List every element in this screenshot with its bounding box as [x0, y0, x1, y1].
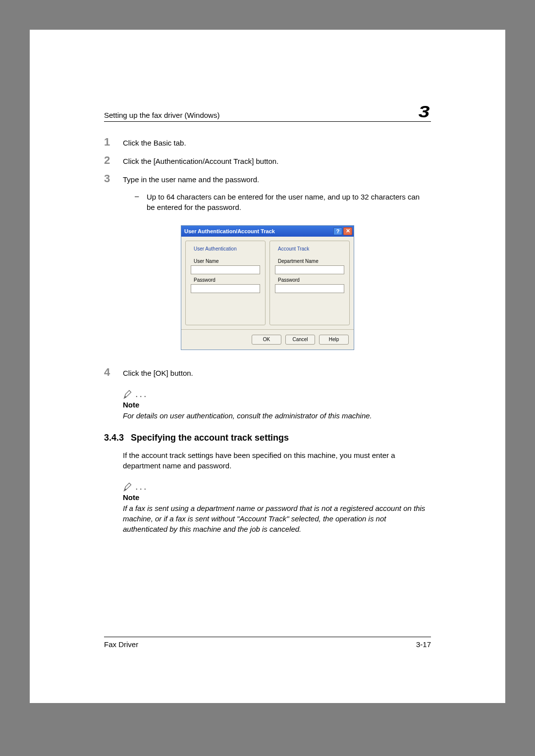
dots-icon: ... [135, 388, 148, 400]
field-label-password2: Password [275, 277, 344, 283]
footer-left: Fax Driver [104, 640, 138, 649]
step-number: 4 [104, 367, 123, 378]
step-text: Click the [OK] button. [123, 367, 193, 378]
sub-bullet-text: Up to 64 characters can be entered for t… [147, 192, 421, 212]
note-1: ... Note For details on user authenticat… [123, 388, 431, 421]
pencil-icon [123, 389, 134, 400]
password-input[interactable] [191, 284, 260, 293]
note-body: If a fax is sent using a department name… [123, 503, 431, 534]
dialog-title: User Authentication/Account Track [184, 228, 275, 234]
note-2: ... Note If a fax is sent using a depart… [123, 481, 431, 534]
step-text: Click the [Authentication/Account Track]… [123, 155, 278, 166]
dialog-screenshot: User Authentication/Account Track ? ✕ Us… [104, 225, 431, 350]
section-number: 3.4.3 [104, 433, 124, 443]
step-number: 1 [104, 137, 123, 148]
fieldset-legend: User Authentication [192, 246, 239, 252]
section-title: Specifying the account track settings [131, 433, 289, 443]
step-number: 3 [104, 173, 123, 185]
dialog-body: User Authentication User Name Password A… [181, 237, 354, 329]
close-icon[interactable]: ✕ [343, 227, 352, 235]
account-password-input[interactable] [275, 284, 344, 293]
cancel-button[interactable]: Cancel [285, 335, 315, 345]
auth-dialog: User Authentication/Account Track ? ✕ Us… [181, 225, 354, 350]
titlebar-buttons: ? ✕ [333, 227, 352, 235]
help-icon[interactable]: ? [333, 227, 342, 235]
section-body: If the account track settings have been … [123, 450, 431, 471]
step-1: 1 Click the Basic tab. [104, 137, 431, 148]
sub-bullet: – Up to 64 characters can be entered for… [135, 192, 421, 212]
chapter-number: 3 [419, 104, 432, 119]
dots-icon: ... [135, 481, 148, 492]
ok-button[interactable]: OK [252, 335, 281, 345]
step-3: 3 Type in the user name and the password… [104, 173, 431, 185]
fieldset-legend: Account Track [276, 246, 311, 252]
field-label-password: Password [191, 277, 260, 283]
account-track-fieldset: Account Track Department Name Password [269, 241, 350, 325]
document-page: Setting up the fax driver (Windows) 3 1 … [30, 30, 505, 703]
user-auth-fieldset: User Authentication User Name Password [185, 241, 266, 325]
header-title: Setting up the fax driver (Windows) [104, 111, 219, 119]
pencil-icon [123, 481, 134, 492]
step-number: 2 [104, 155, 123, 166]
step-4: 4 Click the [OK] button. [104, 367, 431, 378]
page-footer: Fax Driver 3-17 [104, 637, 431, 649]
step-text: Click the Basic tab. [123, 137, 186, 148]
step-text: Type in the user name and the password. [123, 173, 259, 185]
note-icon: ... [123, 481, 431, 492]
bullet-dash: – [135, 192, 147, 212]
footer-right: 3-17 [416, 640, 431, 649]
dialog-titlebar: User Authentication/Account Track ? ✕ [181, 226, 354, 237]
note-label: Note [123, 401, 431, 409]
note-label: Note [123, 493, 431, 502]
note-body: For details on user authentication, cons… [123, 410, 431, 421]
dialog-footer: OK Cancel Help [181, 329, 354, 350]
username-input[interactable] [191, 265, 260, 274]
section-heading: 3.4.3Specifying the account track settin… [104, 433, 431, 443]
field-label-username: User Name [191, 258, 260, 264]
page-header: Setting up the fax driver (Windows) 3 [104, 104, 431, 122]
note-icon: ... [123, 388, 431, 400]
field-label-dept: Department Name [275, 258, 344, 264]
help-button[interactable]: Help [319, 335, 349, 345]
step-2: 2 Click the [Authentication/Account Trac… [104, 155, 431, 166]
department-input[interactable] [275, 265, 344, 274]
